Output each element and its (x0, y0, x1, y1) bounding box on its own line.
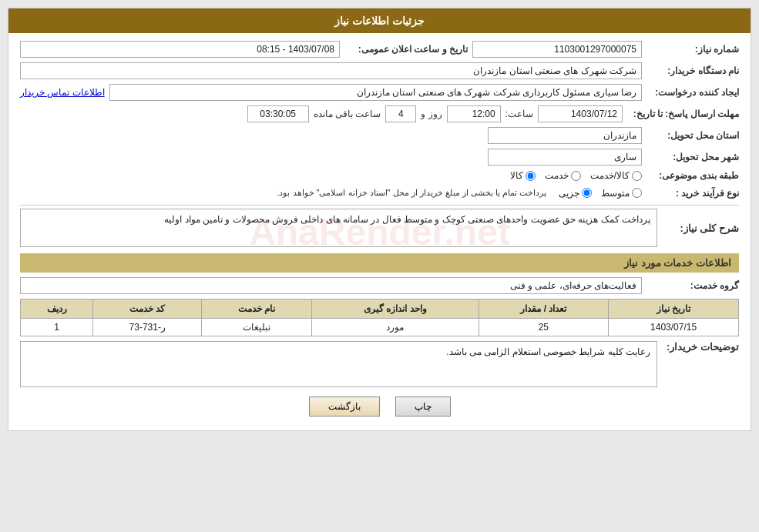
description-row: شرح کلی نیاز: پرداخت کمک هزینه حق عضویت … (20, 209, 739, 247)
province-row: استان محل تحویل: مازندران (20, 127, 739, 144)
deadline-remaining-label: ساعت باقی مانده (314, 109, 381, 119)
cell-unit: مورد (312, 319, 479, 336)
cell-service-code: ر-731-73 (93, 319, 202, 336)
deadline-date: 1403/07/12 (538, 105, 623, 122)
col-date: تاریخ نیاز (609, 299, 739, 319)
page-wrapper: جزئیات اطلاعات نیاز AnaRender.net شماره … (0, 0, 759, 439)
province-label: استان محل تحویل: (646, 130, 739, 141)
purchase-jozvi-radio[interactable] (582, 188, 592, 198)
purchase-type-radio-group: متوسط جزیی (559, 188, 642, 199)
purchase-jozvi-label: جزیی (559, 188, 579, 199)
purchase-notice: پرداخت تمام یا بخشی از مبلغ خریدار از مح… (277, 186, 546, 200)
print-button[interactable]: چاپ (395, 396, 451, 417)
page-header: جزئیات اطلاعات نیاز (8, 8, 751, 33)
col-service-name: نام خدمت (202, 299, 312, 319)
buyer-description-text: رعایت کلیه شرایط خصوصی استعلام الزامی می… (27, 346, 650, 357)
deadline-time: 12:00 (447, 105, 501, 122)
cell-row-num: 1 (21, 319, 93, 336)
table-row: 1403/07/15 25 مورد تبلیغات ر-731-73 1 (21, 319, 739, 336)
deadline-days-label: روز و (421, 109, 442, 119)
cell-date: 1403/07/15 (609, 319, 739, 336)
col-row-num: ردیف (21, 299, 93, 319)
category-kala-khadamat-radio[interactable] (632, 171, 642, 181)
category-khadamat-label: خدمت (545, 170, 569, 181)
announce-date-label: تاریخ و ساعت اعلان عمومی: (344, 44, 468, 55)
description-label: شرح کلی نیاز: (662, 223, 739, 234)
category-kala-radio[interactable] (526, 171, 536, 181)
content-area: AnaRender.net شماره نیاز: 11030012970000… (8, 33, 751, 430)
purchase-type-label: نوع فرآیند خرید : (646, 188, 739, 199)
col-quantity: تعداد / مقدار (479, 299, 609, 319)
category-radio-group: کالا/خدمت خدمت کالا (510, 170, 642, 181)
category-label: طبقه بندی موضوعی: (646, 170, 739, 181)
creator-row: ایجاد کننده درخواست: رضا سیاری مسئول کار… (20, 84, 739, 101)
services-table: تاریخ نیاز تعداد / مقدار واحد اندازه گیر… (20, 299, 739, 336)
button-row: چاپ بازگشت (20, 396, 739, 417)
city-row: شهر محل تحویل: ساری (20, 149, 739, 166)
purchase-jozvi: جزیی (559, 188, 592, 199)
creator-value: رضا سیاری مسئول کاربرداری شرکت شهرک های … (109, 84, 642, 101)
service-group-label: گروه خدمت: (646, 280, 739, 291)
back-button[interactable]: بازگشت (309, 396, 380, 417)
announce-date-value: 1403/07/08 - 08:15 (20, 41, 340, 58)
description-value: پرداخت کمک هزینه حق عضویت واحدهای صنعتی … (20, 209, 657, 247)
buyer-description-row: توضیحات خریدار: رعایت کلیه شرایط خصوصی ا… (20, 341, 739, 387)
purchase-type-row: نوع فرآیند خرید : متوسط جزیی پرداخت تمام… (20, 186, 739, 200)
cell-quantity: 25 (479, 319, 609, 336)
cell-service-name: تبلیغات (202, 319, 312, 336)
main-container: جزئیات اطلاعات نیاز AnaRender.net شماره … (8, 8, 751, 431)
page-title: جزئیات اطلاعات نیاز (334, 15, 425, 27)
category-kala-khadamat-label: کالا/خدمت (590, 170, 630, 181)
contact-link[interactable]: اطلاعات تماس خریدار (20, 87, 105, 98)
buyer-name-label: نام دستگاه خریدار: (646, 65, 739, 76)
need-number-value: 1103001297000075 (472, 41, 642, 58)
col-service-code: کد خدمت (93, 299, 202, 319)
category-kala: کالا (510, 170, 536, 181)
deadline-row: مهلت ارسال پاسخ: تا تاریخ: 1403/07/12 سا… (20, 105, 739, 122)
buyer-description-label: توضیحات خریدار: (662, 341, 739, 353)
col-unit: واحد اندازه گیری (312, 299, 479, 319)
deadline-label: مهلت ارسال پاسخ: تا تاریخ: (627, 109, 739, 119)
buyer-name-row: نام دستگاه خریدار: شرکت شهرک های صنعتی ا… (20, 62, 739, 79)
service-group-value: فعالیت‌های حرفه‌ای، علمی و فنی (20, 277, 642, 294)
service-group-row: گروه خدمت: فعالیت‌های حرفه‌ای، علمی و فن… (20, 277, 739, 294)
need-number-label: شماره نیاز: (646, 44, 739, 55)
purchase-motavaset-label: متوسط (601, 188, 630, 199)
category-khadamat: خدمت (545, 170, 581, 181)
deadline-remaining: 03:30:05 (247, 105, 309, 122)
category-kala-khadamat: کالا/خدمت (590, 170, 642, 181)
deadline-time-label: ساعت: (505, 109, 533, 119)
category-row: طبقه بندی موضوعی: کالا/خدمت خدمت کالا (20, 170, 739, 181)
purchase-motavaset-radio[interactable] (632, 188, 642, 198)
province-value: مازندران (488, 127, 642, 144)
category-khadamat-radio[interactable] (571, 171, 581, 181)
buyer-name-value: شرکت شهرک های صنعتی استان مازندران (20, 62, 642, 79)
city-value: ساری (488, 149, 642, 166)
category-kala-label: کالا (510, 170, 523, 181)
creator-label: ایجاد کننده درخواست: (646, 87, 739, 98)
deadline-days: 4 (385, 105, 416, 122)
table-header-row: تاریخ نیاز تعداد / مقدار واحد اندازه گیر… (21, 299, 739, 319)
purchase-motavaset: متوسط (601, 188, 642, 199)
services-section-title: اطلاعات خدمات مورد نیاز (20, 253, 739, 273)
city-label: شهر محل تحویل: (646, 152, 739, 162)
buyer-description-container: رعایت کلیه شرایط خصوصی استعلام الزامی می… (20, 341, 657, 387)
need-number-row: شماره نیاز: 1103001297000075 تاریخ و ساع… (20, 41, 739, 58)
divider-1 (20, 205, 739, 206)
